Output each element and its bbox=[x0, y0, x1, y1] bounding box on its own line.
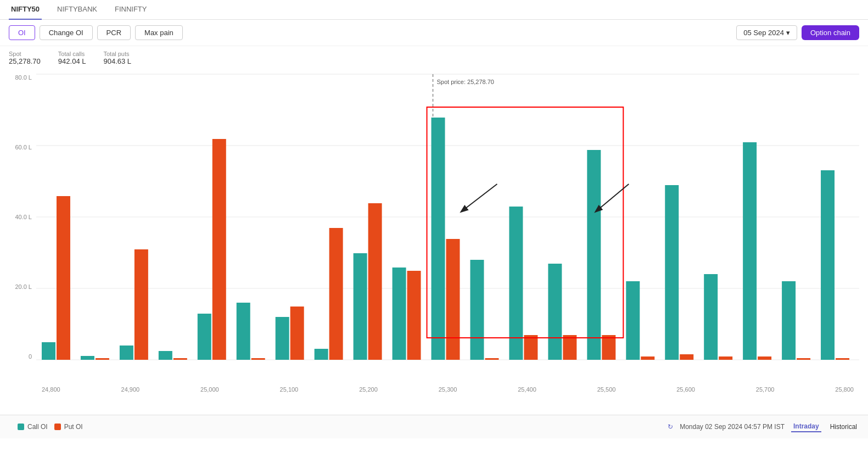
date-value: 05 Sep 2024 bbox=[743, 29, 784, 37]
bar-put-25350 bbox=[485, 358, 499, 360]
x-label-24900: 24,900 bbox=[121, 386, 140, 393]
max-pain-button[interactable]: Max pain bbox=[135, 25, 183, 40]
bar-put-25000 bbox=[212, 139, 226, 360]
x-label-25800: 25,800 bbox=[835, 386, 854, 393]
put-oi-color bbox=[54, 424, 61, 430]
bar-put-24900 bbox=[135, 249, 148, 360]
bar-call-24950 bbox=[159, 351, 172, 360]
bar-call-25750 bbox=[782, 281, 796, 360]
y-label-60: 60.0 L bbox=[15, 144, 32, 151]
date-picker[interactable]: 05 Sep 2024 ▾ bbox=[736, 25, 797, 40]
y-label-0: 0 bbox=[29, 353, 32, 360]
bar-call-25400 bbox=[509, 207, 523, 360]
bar-call-25800 bbox=[821, 170, 835, 360]
x-label-25400: 25,400 bbox=[518, 386, 536, 393]
put-oi-label: Put OI bbox=[64, 423, 83, 431]
x-axis: 24,800 24,900 25,000 25,100 25,200 25,30… bbox=[36, 386, 859, 393]
top-nav: NIFTY50 NIFTYBANK FINNIFTY bbox=[0, 0, 868, 20]
legend: Call OI Put OI bbox=[9, 419, 92, 435]
intraday-tab[interactable]: Intraday bbox=[791, 421, 821, 432]
bar-call-25000 bbox=[198, 314, 211, 360]
total-puts-stat: Total puts 904.63 L bbox=[103, 51, 131, 65]
bar-put-25250 bbox=[407, 271, 421, 360]
x-label-25300: 25,300 bbox=[439, 386, 457, 393]
pcr-button[interactable]: PCR bbox=[97, 25, 131, 40]
x-label-25600: 25,600 bbox=[676, 386, 695, 393]
change-oi-button[interactable]: Change OI bbox=[40, 25, 93, 40]
x-label-25500: 25,500 bbox=[597, 386, 616, 393]
bar-call-25550 bbox=[626, 281, 640, 360]
chart-area: 80.0 L 60.0 L 40.0 L 20.0 L 0 bbox=[0, 74, 868, 415]
svg-line-5 bbox=[461, 184, 497, 211]
bar-call-25500 bbox=[587, 150, 601, 360]
y-label-40: 40.0 L bbox=[15, 214, 32, 220]
bar-call-25650 bbox=[704, 274, 718, 360]
bar-put-25100 bbox=[290, 307, 304, 360]
bar-put-25300 bbox=[446, 239, 460, 360]
bar-put-25550 bbox=[641, 356, 654, 360]
x-label-24800: 24,800 bbox=[42, 386, 60, 393]
bottom-bar: Call OI Put OI ↻ Monday 02 Sep 2024 04:5… bbox=[0, 415, 868, 438]
timestamp: Monday 02 Sep 2024 04:57 PM IST bbox=[680, 423, 785, 431]
bar-put-24800 bbox=[57, 196, 70, 360]
bar-put-25750 bbox=[797, 358, 810, 360]
y-label-80: 80.0 L bbox=[15, 74, 32, 81]
call-oi-color bbox=[18, 424, 24, 430]
bar-call-25150 bbox=[315, 349, 328, 360]
toolbar: OI Change OI PCR Max pain 05 Sep 2024 ▾ … bbox=[0, 20, 868, 46]
refresh-icon[interactable]: ↻ bbox=[668, 423, 673, 431]
bar-put-25800 bbox=[836, 358, 849, 360]
nav-tab-niftybank[interactable]: NIFTYBANK bbox=[55, 0, 99, 20]
x-label-25000: 25,000 bbox=[200, 386, 219, 393]
call-oi-label: Call OI bbox=[27, 423, 48, 431]
nav-tab-nifty50[interactable]: NIFTY50 bbox=[9, 0, 42, 20]
x-label-25200: 25,200 bbox=[359, 386, 378, 393]
bar-call-25100 bbox=[276, 317, 289, 360]
y-axis: 80.0 L 60.0 L 40.0 L 20.0 L 0 bbox=[9, 74, 35, 360]
bar-put-25200 bbox=[368, 203, 382, 360]
x-label-25100: 25,100 bbox=[280, 386, 299, 393]
bar-call-25050 bbox=[237, 303, 250, 360]
bar-put-25150 bbox=[329, 228, 343, 360]
bar-put-25600 bbox=[680, 354, 693, 360]
historical-tab[interactable]: Historical bbox=[828, 422, 859, 432]
bar-call-24800 bbox=[42, 342, 55, 360]
bar-put-25050 bbox=[251, 358, 265, 360]
bar-call-25250 bbox=[393, 268, 406, 360]
bar-put-25450 bbox=[563, 335, 576, 360]
chart-svg: Spot price: 25,278.70 bbox=[36, 74, 859, 360]
chevron-down-icon: ▾ bbox=[786, 29, 790, 37]
option-chain-button[interactable]: Option chain bbox=[802, 25, 859, 40]
put-oi-legend: Put OI bbox=[54, 423, 83, 431]
bar-put-25700 bbox=[758, 356, 771, 360]
call-oi-legend: Call OI bbox=[18, 423, 48, 431]
bar-put-25400 bbox=[524, 335, 537, 360]
bar-call-25600 bbox=[665, 185, 679, 360]
chart-inner: 80.0 L 60.0 L 40.0 L 20.0 L 0 bbox=[9, 74, 859, 393]
bar-call-25300 bbox=[432, 118, 445, 360]
bar-put-25650 bbox=[719, 356, 732, 360]
nav-tab-finnifty[interactable]: FINNIFTY bbox=[113, 0, 149, 20]
bar-call-24900 bbox=[120, 346, 133, 360]
bar-put-24850 bbox=[96, 358, 109, 360]
total-calls-stat: Total calls 942.04 L bbox=[58, 51, 86, 65]
bar-call-25200 bbox=[354, 253, 367, 360]
bar-call-25700 bbox=[743, 142, 757, 360]
spot-price-label: Spot price: 25,278.70 bbox=[437, 79, 494, 85]
bar-call-25350 bbox=[470, 260, 484, 360]
oi-button[interactable]: OI bbox=[9, 25, 35, 40]
bar-call-25450 bbox=[548, 264, 562, 360]
stats-row: Spot 25,278.70 Total calls 942.04 L Tota… bbox=[0, 46, 868, 69]
x-label-25700: 25,700 bbox=[756, 386, 775, 393]
bar-put-24950 bbox=[173, 358, 187, 360]
bar-call-24850 bbox=[81, 356, 94, 360]
y-label-20: 20.0 L bbox=[15, 283, 32, 290]
footer-right: ↻ Monday 02 Sep 2024 04:57 PM IST Intrad… bbox=[668, 421, 859, 432]
spot-stat: Spot 25,278.70 bbox=[9, 51, 41, 65]
bar-put-25500 bbox=[602, 335, 615, 360]
